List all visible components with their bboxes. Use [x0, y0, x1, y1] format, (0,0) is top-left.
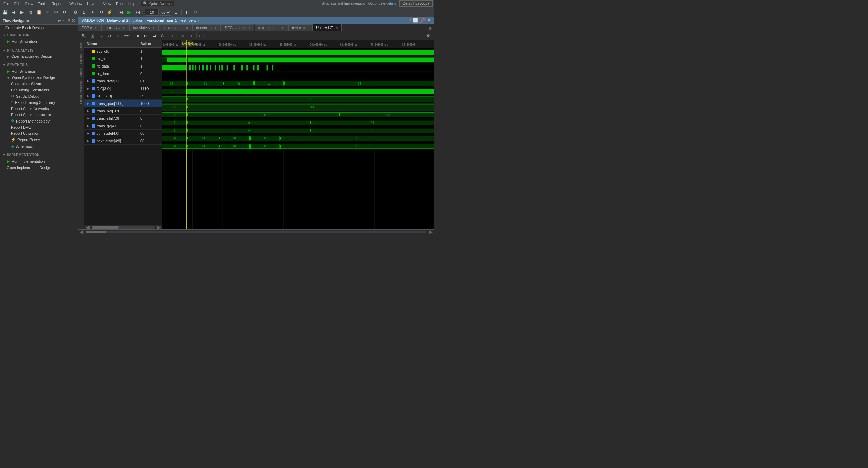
sidebar-item-schematic[interactable]: ◈ Schematic: [0, 143, 78, 149]
title-close-icon[interactable]: ✕: [427, 18, 431, 23]
wave-scroll-thumb[interactable]: [86, 231, 106, 233]
sidebar-item-run-synthesis[interactable]: ▶ Run Synthesis: [0, 68, 78, 75]
paste-button[interactable]: 📋: [35, 8, 43, 16]
tab-close-decoder-v[interactable]: ✕: [214, 26, 217, 30]
wave-next-edge-btn[interactable]: ▷: [187, 32, 195, 39]
sidebar-item-report-timing[interactable]: □ Report Timing Summary: [0, 99, 78, 106]
signal-row-trans-ge[interactable]: ▶ trans_ge[4:0] 0: [84, 122, 162, 130]
tab-test-bench-v[interactable]: test_bench.v ✕: [255, 24, 288, 31]
menu-window[interactable]: Window: [67, 1, 84, 6]
sidebar-section-synthesis-header[interactable]: ▼ SYNTHESIS: [0, 62, 78, 68]
signal-row-sys-clk[interactable]: C sys_clk 1: [84, 48, 162, 55]
sidebar-item-report-clock-int[interactable]: Report Clock Interaction: [0, 112, 78, 118]
sidebar-item-open-synthesized[interactable]: ▼ Open Synthesized Design: [0, 75, 78, 81]
delete-button[interactable]: ✕: [44, 8, 51, 16]
flash-button[interactable]: ⚡: [106, 8, 113, 16]
tab-close-top-v[interactable]: ✕: [94, 26, 97, 30]
wave-search-btn[interactable]: 🔍: [80, 32, 87, 39]
sidebar-collapse-icon[interactable]: ←: [62, 18, 66, 23]
sidebar-item-run-implementation[interactable]: ▶ Run Implementation: [0, 158, 78, 165]
redo-button[interactable]: ▶: [18, 8, 26, 16]
tab-close-untitled-2[interactable]: ✕: [335, 26, 338, 30]
signal-row-trans-shi[interactable]: ▶ trans_shi[7:0] 0: [84, 115, 162, 122]
save-button[interactable]: 💾: [1, 8, 9, 16]
scroll-track[interactable]: [92, 226, 155, 229]
scroll-left-btn[interactable]: ◀: [84, 224, 91, 229]
sidebar-item-run-simulation[interactable]: ▶ Run Simulation: [0, 38, 78, 45]
menu-flow[interactable]: Flow: [23, 1, 35, 6]
tab-close-translate-v[interactable]: ✕: [152, 26, 155, 30]
wave-expand-btn[interactable]: ⟼: [198, 32, 206, 39]
tab-settings-icon[interactable]: ⚙: [429, 26, 432, 31]
sidebar-item-report-drc[interactable]: Report DRC: [0, 124, 78, 130]
wave-zoom-out-btn[interactable]: ⊖: [105, 32, 113, 39]
sidebar-section-impl-header[interactable]: ▼ IMPLEMENTATION: [0, 152, 78, 158]
menu-reports[interactable]: Reports: [50, 1, 67, 6]
sim-time-unit-select[interactable]: usnsps: [160, 9, 171, 16]
wave-scroll-track[interactable]: [86, 231, 426, 233]
title-pin-icon[interactable]: 📌: [420, 18, 425, 23]
tab-untitled-2[interactable]: Untitled 2* ✕: [312, 24, 342, 31]
copy-button[interactable]: ⧉: [27, 8, 34, 16]
tab-uart-rx-v[interactable]: uart_rx.v ✕: [102, 24, 129, 31]
tab-seg-state-v[interactable]: SEG_state.v ✕: [221, 24, 254, 31]
signal-row-next-state[interactable]: ▶ next_state[4:0] 08: [84, 137, 162, 145]
signal-row-cur-state[interactable]: ▶ cur_state[4:0] 08: [84, 130, 162, 137]
sidebar-close-icon[interactable]: ✕: [72, 18, 75, 23]
tab-translate-v[interactable]: translate.v ✕: [129, 24, 159, 31]
wave-snap-btn[interactable]: ⇥: [167, 32, 175, 39]
sidebar-section-rtl-header[interactable]: ▼ RTL ANALYSIS: [0, 48, 78, 53]
undo-button[interactable]: ◀: [10, 8, 17, 16]
signal-row-rx-done[interactable]: rx_done 0: [84, 70, 162, 77]
wave-settings-btn[interactable]: ⚙: [425, 32, 432, 39]
sidebar-item-report-power[interactable]: ⚡ Report Power: [0, 136, 78, 143]
scroll-thumb[interactable]: [92, 226, 119, 229]
menu-run[interactable]: Run: [114, 1, 125, 6]
wave-go-prev-btn[interactable]: ⏭: [142, 32, 150, 39]
menu-edit[interactable]: Edit: [12, 1, 23, 6]
signal-row-seg[interactable]: ▶ SEG[7:0] 3f: [84, 92, 162, 100]
signal-row-trans-bai[interactable]: ▶ trans_bai[10:0] 0: [84, 107, 162, 115]
restart-sim-button[interactable]: ⏮: [117, 8, 124, 16]
wave-scroll-right-btn[interactable]: ▶: [427, 229, 434, 234]
refresh-button[interactable]: ↻: [61, 8, 68, 16]
wave-cursor-btn[interactable]: ⟺: [122, 32, 130, 39]
sidebar-section-simulation-header[interactable]: ▼ SIMULATION: [0, 32, 78, 38]
signal-row-trans-data[interactable]: ▶ trans_data[7:0] 01: [84, 77, 162, 85]
tab-close-uart-rx-v[interactable]: ✕: [122, 26, 125, 30]
waveform-h-scrollbar[interactable]: ◀ ▶: [78, 229, 434, 234]
sidebar-item-set-debug[interactable]: ⚙ Set Up Debug: [0, 93, 78, 99]
wave-fit-btn[interactable]: ⤢: [114, 32, 121, 39]
tab-close-text-v[interactable]: ✕: [303, 26, 305, 30]
sidebar-item-report-clock-net[interactable]: Report Clock Networks: [0, 106, 78, 112]
waveform-display[interactable]: 9.055000 ns 0.000000 us 10.000000 us 20.…: [162, 40, 434, 229]
tab-close-conversion-v[interactable]: ✕: [185, 26, 188, 30]
step-sim-button[interactable]: ⏭: [134, 8, 141, 16]
signal-row-rx-data[interactable]: rx_data 1: [84, 62, 162, 70]
menu-view[interactable]: View: [101, 1, 113, 6]
sidebar-item-open-implemented[interactable]: Open Implemented Design: [0, 165, 78, 171]
tab-top-v[interactable]: TOP.v ✕: [78, 24, 102, 31]
sidebar-item-generate-block[interactable]: Generate Block Design: [0, 25, 78, 31]
menu-file[interactable]: File: [1, 1, 12, 6]
cut-button[interactable]: ✂: [52, 8, 60, 16]
reset-sim-button[interactable]: ↺: [192, 8, 199, 16]
sidebar-item-report-methodology[interactable]: ⚙ Report Methodology: [0, 118, 78, 124]
signal-row-dig[interactable]: ▶ DIG[3:0] 1110: [84, 85, 162, 92]
tab-decoder-v[interactable]: decoder.v ✕: [192, 24, 221, 31]
tab-close-seg-state-v[interactable]: ✕: [248, 26, 251, 30]
sidebar-item-edit-timing[interactable]: Edit Timing Constraints: [0, 87, 78, 93]
wave-prev-edge-btn[interactable]: ◁: [179, 32, 186, 39]
settings-button[interactable]: ⚙: [72, 8, 79, 16]
default-layout-dropdown[interactable]: Default Layout ▾: [399, 0, 433, 7]
title-maximize-icon[interactable]: ⬜: [413, 18, 418, 23]
tab-close-test-bench-v[interactable]: ✕: [281, 26, 284, 30]
synth-details-link[interactable]: details: [386, 2, 396, 5]
sim-time-input[interactable]: [145, 9, 159, 16]
quick-access-input[interactable]: 🔍 Quick Access: [141, 1, 174, 6]
sidebar-pin-icon[interactable]: ⇌: [58, 18, 61, 23]
title-help-icon[interactable]: ?: [409, 18, 411, 23]
wave-swap-btn[interactable]: ⇄: [151, 32, 158, 39]
pause-button[interactable]: ⏸: [183, 8, 191, 16]
reset-button[interactable]: ⟲: [97, 8, 105, 16]
